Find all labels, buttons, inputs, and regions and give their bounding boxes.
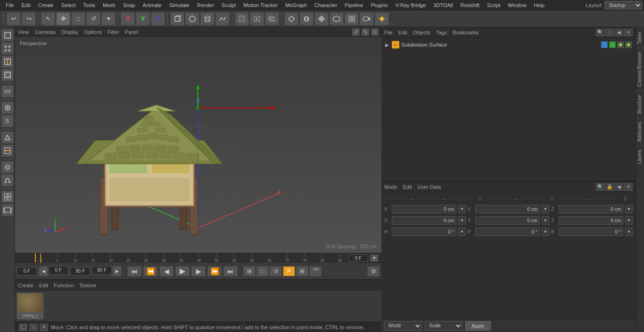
obj-render-btn[interactable] — [625, 41, 632, 48]
mat-menu-create[interactable]: Create — [18, 283, 33, 288]
viewport-mode-3[interactable] — [314, 12, 329, 25]
obj-mgr-objects[interactable]: Objects — [413, 30, 430, 35]
playback-mode-grid[interactable]: ⊞ — [296, 266, 308, 276]
status-icon-1[interactable] — [19, 324, 27, 331]
side-tab-content-browser[interactable]: Content Browser — [636, 48, 644, 90]
left-tool-poly[interactable] — [1, 69, 14, 81]
transport-next-frame-button[interactable]: ▶ — [191, 266, 206, 276]
transport-play-button[interactable]: ▶ — [175, 266, 190, 276]
menu-create[interactable]: Create — [34, 1, 58, 9]
menu-script[interactable]: Script — [483, 1, 504, 9]
tag-material[interactable] — [609, 41, 616, 48]
light-button[interactable] — [375, 12, 389, 25]
left-tool-points[interactable] — [1, 42, 14, 55]
rotate-tool-button[interactable]: ↺ — [86, 12, 100, 25]
viewport-ctrl-expand[interactable]: ⤡ — [362, 28, 369, 36]
menu-mograph[interactable]: MoGraph — [281, 1, 311, 9]
obj-close-btn[interactable]: ✕ — [624, 29, 633, 36]
viewport-mode-1[interactable] — [284, 12, 298, 25]
attr-lock-btn[interactable]: 🔒 — [605, 183, 614, 191]
menu-window[interactable]: Window — [504, 1, 530, 9]
left-tool-uv[interactable]: UV — [1, 85, 14, 97]
z-axis-button[interactable]: Z — [151, 12, 165, 25]
attr-y-pos[interactable] — [475, 205, 540, 213]
status-icon-2[interactable]: □ — [29, 324, 38, 331]
left-tool-model[interactable] — [1, 29, 14, 41]
menu-redshift[interactable]: Redshift — [457, 1, 483, 9]
frame-start-input[interactable] — [17, 267, 37, 275]
viewport-menu-panel[interactable]: Panel — [125, 29, 138, 35]
left-tool-magnet[interactable] — [1, 174, 14, 186]
playback-mode-auto[interactable]: ↺ — [270, 266, 282, 276]
y-axis-button[interactable]: Y — [136, 12, 150, 25]
attr-h-arrow[interactable]: ▼ — [458, 227, 466, 236]
scale-tool-button[interactable]: □ — [71, 12, 85, 25]
status-icon-3[interactable]: ✕ — [40, 324, 48, 331]
transport-first-button[interactable]: ⏮ — [127, 266, 141, 276]
obj-back-btn[interactable]: ◀ — [615, 29, 623, 36]
transport-prev-frame-button[interactable]: ◀ — [159, 266, 173, 276]
attr-h-rot[interactable] — [392, 227, 456, 236]
left-tool-matrix[interactable] — [1, 191, 14, 203]
menu-plugins[interactable]: Plugins — [367, 1, 391, 9]
attr-b-rot[interactable] — [559, 227, 623, 236]
attr-z-size[interactable] — [559, 216, 623, 225]
viewport-menu-options[interactable]: Options — [84, 29, 102, 35]
menu-select[interactable]: Select — [58, 1, 80, 9]
menu-pipeline[interactable]: Pipeline — [341, 1, 367, 9]
object-cube-button[interactable] — [170, 12, 184, 25]
frame-prev-btn[interactable]: ◀ — [39, 266, 48, 276]
side-tab-layers[interactable]: Layers — [636, 146, 644, 168]
frame-next-btn[interactable]: ▶ — [112, 266, 122, 276]
menu-simulate[interactable]: Simulate — [165, 1, 193, 9]
menu-tools[interactable]: Tools — [79, 1, 99, 9]
left-tool-brush[interactable] — [1, 161, 14, 173]
attr-search-btn[interactable]: 🔍 — [596, 183, 604, 191]
attr-mode[interactable]: Mode — [384, 184, 397, 190]
viewport-mode-5[interactable] — [345, 12, 359, 25]
attr-close-btn[interactable]: ✕ — [624, 183, 633, 191]
menu-sculpt[interactable]: Sculpt — [218, 1, 240, 9]
attr-p-arrow[interactable]: ▼ — [542, 227, 549, 236]
menu-snap[interactable]: Snap — [119, 1, 139, 9]
obj-mgr-edit[interactable]: Edit — [398, 30, 407, 35]
viewport-menu-view[interactable]: View — [18, 29, 29, 35]
left-tool-loop-cut[interactable] — [1, 145, 14, 157]
attr-b-arrow[interactable]: ▼ — [625, 227, 633, 236]
attr-ys-arrow[interactable]: ▼ — [542, 216, 549, 225]
object-sphere-button[interactable] — [185, 12, 199, 25]
material-thumbnail[interactable]: Hiking_l — [17, 293, 43, 319]
menu-motion-tracker[interactable]: Motion Tracker — [239, 1, 281, 9]
undo-button[interactable]: ↩ — [7, 12, 21, 25]
attr-x-pos[interactable] — [392, 205, 456, 213]
obj-mgr-bookmarks[interactable]: Bookmarks — [453, 30, 479, 35]
menu-help[interactable]: Help — [530, 1, 548, 9]
attr-p-rot[interactable] — [475, 227, 540, 236]
attr-zs-arrow[interactable]: ▼ — [625, 216, 633, 225]
apply-button[interactable]: Apply — [465, 321, 491, 331]
menu-animate[interactable]: Animate — [139, 1, 165, 9]
viewport-mode-2[interactable] — [299, 12, 314, 25]
menu-vray[interactable]: V-Ray Bridge — [392, 1, 430, 9]
attr-back-btn[interactable]: ◀ — [615, 183, 623, 191]
side-tab-structure[interactable]: Structure — [636, 91, 644, 118]
obj-up-btn[interactable]: ↑ — [605, 29, 614, 36]
left-tool-edges[interactable] — [1, 56, 14, 68]
viewport-menu-display[interactable]: Display — [61, 29, 78, 35]
redo-button[interactable]: ↪ — [22, 12, 36, 25]
viewport-ctrl-close[interactable]: □ — [371, 28, 379, 36]
menu-character[interactable]: Character — [311, 1, 341, 9]
side-tab-attributes[interactable]: Attributes — [636, 118, 644, 146]
attr-userdata[interactable]: User Data — [418, 184, 441, 190]
attr-xs-arrow[interactable]: ▼ — [458, 216, 466, 225]
obj-mgr-file[interactable]: File — [384, 30, 393, 35]
current-frame-input[interactable] — [348, 254, 368, 262]
menu-mesh[interactable]: Mesh — [99, 1, 119, 9]
left-tool-enable-axis[interactable] — [1, 102, 14, 114]
transport-next-button[interactable]: ⏩ — [207, 266, 222, 276]
transport-last-button[interactable]: ⏭ — [223, 266, 238, 276]
viewport-menu-cameras[interactable]: Cameras — [35, 29, 56, 35]
frame-preview-end[interactable] — [70, 267, 90, 275]
attr-x-size[interactable] — [392, 216, 456, 225]
mat-menu-edit[interactable]: Edit — [39, 283, 48, 288]
